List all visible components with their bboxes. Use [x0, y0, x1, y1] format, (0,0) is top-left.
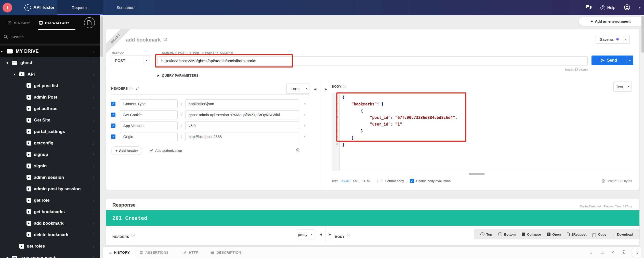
tree-item-signup[interactable]: signup⋮ — [0, 149, 100, 160]
body-editor[interactable]: 12345678 { "bookmarks": [ { "post_id": "… — [332, 93, 632, 171]
header-enabled-checkbox[interactable]: ✓ — [111, 134, 115, 139]
body-mode-xml[interactable]: XML — [353, 179, 360, 183]
tree-item-api[interactable]: ▾API⋮ — [0, 69, 100, 80]
header-enabled-checkbox[interactable]: ✓ — [111, 124, 115, 128]
add-authorization-button[interactable]: Add authorization — [149, 149, 182, 153]
tree-item-my-drive[interactable]: ▾ MY DRIVE ⋮ — [0, 46, 100, 57]
expand-right-arrow-icon[interactable]: ▶ — [329, 233, 331, 236]
remove-header-button[interactable]: × — [304, 113, 306, 117]
help-icon[interactable]: ? — [132, 234, 135, 237]
body-code[interactable]: { "bookmarks": [ { "post_id": "67fc90c73… — [340, 93, 632, 171]
2request-button[interactable]: 2Request — [567, 233, 586, 236]
enable-body-evaluation-toggle[interactable]: ✓ Enable body evaluation — [410, 179, 451, 183]
item-menu-icon[interactable]: ⋮ — [91, 221, 95, 226]
help-icon[interactable]: ? — [129, 87, 133, 90]
chevron-down-icon[interactable]: ▾ — [1, 50, 7, 53]
header-name-input[interactable] — [120, 110, 178, 119]
item-menu-icon[interactable]: ⋮ — [91, 84, 95, 88]
item-menu-icon[interactable]: ⋮ — [91, 255, 95, 258]
item-menu-icon[interactable]: ⋮ — [91, 141, 95, 145]
chevron-right-icon[interactable]: ▶ — [7, 256, 12, 258]
send-button[interactable]: Send ▾ — [592, 56, 633, 65]
add-header-button[interactable]: + Add header — [111, 146, 142, 155]
tree-item-get-roles[interactable]: get roles⋮ — [0, 240, 100, 252]
url-input[interactable] — [157, 56, 588, 65]
tree-item-get-authros[interactable]: get authros⋮ — [0, 103, 100, 114]
remove-header-button[interactable]: × — [304, 102, 306, 106]
item-menu-icon[interactable]: ⋮ — [91, 210, 95, 214]
remove-header-button[interactable]: × — [304, 124, 306, 128]
sort-az-icon[interactable]: ↓AZ — [136, 87, 139, 90]
remove-header-button[interactable]: × — [304, 135, 306, 139]
scrollbar-thumb[interactable] — [100, 16, 103, 57]
tree-item-get-role[interactable]: get role⋮ — [0, 195, 100, 206]
tree-item-get-post-list[interactable]: get post list⋮ — [0, 80, 100, 91]
collapse-button[interactable]: −Collapse — [522, 233, 541, 236]
app-logo[interactable]: t — [3, 3, 12, 12]
window-scrollbar[interactable] — [641, 15, 644, 258]
top-button[interactable]: ↑Top — [480, 232, 492, 236]
chevron-down-icon[interactable]: ▾ — [14, 73, 19, 76]
sidebar-scrollbar[interactable] — [100, 15, 103, 258]
item-menu-icon[interactable]: ⋮ — [91, 129, 95, 134]
header-name-input[interactable] — [120, 99, 178, 108]
download-button[interactable]: ↓Download — [612, 232, 633, 236]
format-body-button[interactable]: ☰ Format body — [380, 179, 404, 183]
expand-headers-arrow-icon[interactable]: ◀ — [314, 87, 316, 91]
body-mode-text[interactable]: Text — [332, 179, 338, 183]
search-input[interactable] — [11, 34, 87, 39]
header-name-input[interactable] — [120, 132, 178, 141]
bottom-button[interactable]: ↓Bottom — [498, 232, 516, 236]
method-select[interactable]: POST ▾ — [111, 56, 150, 65]
open-in-tab-icon[interactable] — [163, 37, 167, 42]
clear-headers-trash-icon[interactable] — [296, 148, 300, 153]
help-icon[interactable]: ? — [343, 85, 346, 88]
tree-item-get-bookmarks[interactable]: get bookmarks⋮ — [0, 206, 100, 218]
bottom-tab-history[interactable]: ≡HISTORY — [103, 247, 136, 258]
headers-view-select[interactable]: Form ▾ — [286, 84, 310, 94]
tab-scenarios[interactable]: Scenarios — [103, 0, 148, 15]
expand-body-arrow-icon[interactable]: ▶ — [325, 87, 327, 91]
tree-item-admin-post-by-session[interactable]: admin post by session⋮ — [0, 183, 100, 195]
header-value-input[interactable] — [185, 121, 299, 130]
tab-requests[interactable]: Requests — [57, 0, 103, 15]
export-download-icon[interactable]: ↧ — [589, 250, 593, 255]
bottom-tab-description[interactable]: ▤DESCRIPTION — [211, 247, 241, 258]
bottom-tab-assertions[interactable]: ≣ASSERTIONS — [140, 247, 169, 258]
item-menu-icon[interactable]: ⋮ — [91, 233, 95, 237]
tree-item-getconfig[interactable]: getconfig⋮ — [0, 137, 100, 149]
new-request-button[interactable] — [84, 17, 95, 28]
tree-item-add-bookmark[interactable]: add bookmark⋮ — [0, 218, 100, 229]
item-menu-icon[interactable]: ⋮ — [91, 152, 95, 157]
send-options-caret-icon[interactable]: ▾ — [626, 59, 633, 62]
clear-body-trash-icon[interactable] — [601, 179, 605, 183]
response-format-select[interactable]: pretty ▾ — [297, 229, 315, 239]
tree-item-json-server-mock[interactable]: ▶json server mock⋮ — [0, 252, 100, 258]
account-menu-caret-icon[interactable]: ▾ — [639, 6, 640, 9]
header-enabled-checkbox[interactable]: ✓ — [111, 113, 115, 117]
expand-left-arrow-icon[interactable]: ◀ — [320, 233, 322, 236]
item-menu-icon[interactable]: ⋮ — [91, 61, 95, 65]
copy-button[interactable]: Copy — [593, 233, 607, 236]
help-button[interactable]: ? Help — [600, 5, 615, 10]
header-value-input[interactable] — [185, 110, 299, 119]
item-menu-icon[interactable]: ⋮ — [91, 95, 95, 100]
tab-repository[interactable]: REPOSITORY — [39, 21, 70, 25]
help-icon[interactable]: ? — [347, 234, 350, 237]
tree-item-get-site[interactable]: Get Site⋮ — [0, 114, 100, 126]
tree-item-admin-session[interactable]: admin session⋮ — [0, 172, 100, 183]
body-type-select[interactable]: Text ▾ — [613, 82, 632, 92]
maximize-icon[interactable]: □ — [601, 250, 603, 255]
close-icon[interactable]: × — [612, 250, 614, 255]
panel-splitter[interactable] — [322, 83, 322, 186]
trash-icon[interactable] — [622, 250, 626, 255]
tab-history[interactable]: HISTORY — [8, 21, 30, 25]
tree-item-delete-bookmark[interactable]: delete bookmark⋮ — [0, 229, 100, 240]
save-as-button[interactable]: Save as ▾ — [596, 35, 630, 44]
tree-item-admin-post[interactable]: admin Post⋮ — [0, 91, 100, 103]
open-button[interactable]: +Open — [547, 233, 561, 236]
item-menu-icon[interactable]: ⋮ — [91, 118, 95, 123]
item-menu-icon[interactable]: ⋮ — [91, 49, 95, 54]
bottom-tab-http[interactable]: ⇄HTTP — [183, 247, 198, 258]
editor-resize-handle[interactable] — [469, 173, 484, 175]
